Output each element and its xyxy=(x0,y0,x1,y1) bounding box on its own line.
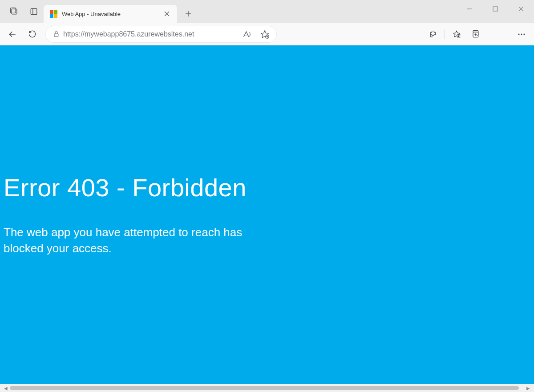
maximize-button[interactable] xyxy=(482,0,508,18)
error-title: Error 403 - Forbidden xyxy=(4,173,530,202)
minimize-button[interactable] xyxy=(457,0,482,18)
menu-button[interactable] xyxy=(513,26,530,42)
svg-rect-0 xyxy=(12,9,17,14)
svg-rect-13 xyxy=(54,34,58,36)
back-button[interactable] xyxy=(4,26,21,42)
tab-title: Web App - Unavailable xyxy=(62,11,158,17)
favorites-button[interactable] xyxy=(448,26,465,42)
tab-actions-button[interactable] xyxy=(4,3,24,20)
titlebar: Web App - Unavailable xyxy=(0,0,534,23)
scroll-right-arrow[interactable]: ▶ xyxy=(524,385,532,391)
read-aloud-button[interactable] xyxy=(240,27,254,41)
page-content: Error 403 - Forbidden The web app you ha… xyxy=(0,45,534,384)
horizontal-scrollbar[interactable]: ◀ ▶ xyxy=(0,384,534,392)
close-window-button[interactable] xyxy=(508,0,534,18)
svg-rect-2 xyxy=(31,8,37,15)
microsoft-icon xyxy=(50,10,57,18)
svg-point-28 xyxy=(523,33,525,35)
svg-rect-1 xyxy=(11,8,16,13)
scroll-left-arrow[interactable]: ◀ xyxy=(2,385,10,391)
window-controls xyxy=(457,0,534,18)
svg-rect-9 xyxy=(493,7,498,11)
address-url: https://mywebapp8675.azurewebsites.net xyxy=(63,30,240,38)
close-tab-button[interactable] xyxy=(163,10,171,18)
refresh-button[interactable] xyxy=(23,26,41,42)
error-message: The web app you have attempted to reach … xyxy=(4,224,279,257)
favorite-button[interactable] xyxy=(258,27,272,41)
separator xyxy=(445,30,445,39)
svg-point-26 xyxy=(518,33,519,35)
address-bar[interactable]: https://mywebapp8675.azurewebsites.net xyxy=(45,26,277,43)
new-tab-button[interactable] xyxy=(180,5,197,22)
lock-icon xyxy=(53,30,60,38)
collections-button[interactable] xyxy=(466,26,484,42)
svg-point-27 xyxy=(521,33,522,35)
toolbar: https://mywebapp8675.azurewebsites.net xyxy=(0,23,534,45)
scroll-thumb[interactable] xyxy=(10,386,519,390)
extensions-button[interactable] xyxy=(424,26,442,42)
scroll-track[interactable] xyxy=(10,385,524,391)
toolbar-right xyxy=(424,26,530,42)
vertical-tabs-button[interactable] xyxy=(24,3,44,20)
browser-tab[interactable]: Web App - Unavailable xyxy=(44,5,177,23)
